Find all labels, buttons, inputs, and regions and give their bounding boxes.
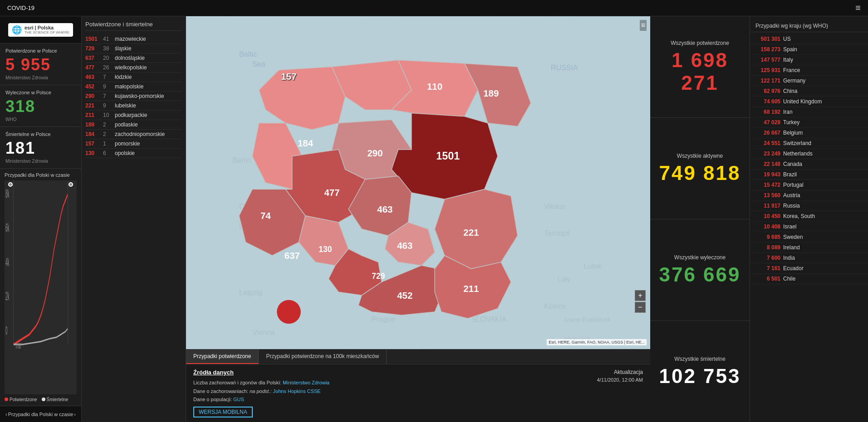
svg-text:189: 189 (483, 88, 499, 98)
svg-text:Ternopil: Ternopil (544, 229, 569, 237)
aktualizacja-section: Aktualizacja 4/11/2020, 12:00 AM (597, 369, 643, 383)
left-panel: 🌐 esri | Polska THE SCIENCE OF WHERE Pot… (0, 16, 82, 422)
source2-link[interactable]: Johns Hopkins CSSE (273, 388, 321, 394)
poland-confirmed-source: Ministerstwo Zdrowia (5, 75, 76, 80)
country-item: 10 450 Korea, South (750, 211, 868, 222)
svg-text:1501: 1501 (436, 150, 460, 162)
svg-text:8k: 8k (5, 187, 10, 200)
region-item: 1501 41 mazowieckie (85, 34, 182, 44)
country-item: 7 600 India (750, 253, 868, 263)
poland-recovered-box: Wyleczone w Polsce 318 WHO (0, 85, 81, 127)
region-item: 221 9 lubelskie (85, 101, 182, 111)
global-recovered-number: 376 669 (659, 263, 740, 286)
country-item: 13 560 Austria (750, 190, 868, 201)
poland-confirmed-box: Potwierdzone w Polsce 5 955 Ministerstwo… (0, 44, 81, 85)
menu-icon[interactable]: ≡ (855, 3, 861, 13)
regions-list: 1501 41 mazowieckie 729 38 śląskie 637 2… (85, 34, 182, 158)
nav-next-arrow[interactable]: › (74, 412, 76, 417)
country-item: 8 089 Ireland (750, 243, 868, 253)
list-icon[interactable]: ≡ (640, 20, 647, 31)
country-item: 24 551 Switzerland (750, 138, 868, 149)
map-container: Baltic Sea RUSSIA Berlin Prague Vilnius … (186, 16, 650, 349)
globe-icon: 🌐 (12, 25, 22, 35)
country-item: 47 029 Turkey (750, 117, 868, 128)
region-item: 729 38 śląskie (85, 44, 182, 53)
tab-confirmed[interactable]: Przypadki potwierdzone (186, 349, 259, 364)
poland-deaths-box: Śmiertelne w Polsce 181 Ministerstwo Zdr… (0, 127, 81, 169)
source3-link[interactable]: GUS (233, 397, 244, 402)
country-item: 9 685 Sweden (750, 232, 868, 243)
country-item: 23 249 Netherlands (750, 149, 868, 159)
country-item: 147 577 Italy (750, 55, 868, 65)
poland-deaths-label: Śmiertelne w Polsce (5, 131, 76, 137)
svg-text:452: 452 (397, 290, 412, 301)
aktualizacja-date: 4/11/2020, 12:00 AM (597, 377, 643, 383)
region-item: 452 9 małopolskie (85, 82, 182, 92)
svg-text:74: 74 (260, 210, 271, 221)
svg-text:Lviv: Lviv (557, 275, 570, 283)
global-panel: Wszystkie potwierdzone 1 698 271 Wszystk… (650, 16, 750, 422)
country-item: 26 667 Belgium (750, 128, 868, 138)
global-active-number: 749 818 (659, 162, 740, 184)
global-confirmed-number: 1 698 271 (654, 49, 746, 94)
region-item: 130 6 opolskie (85, 149, 182, 158)
svg-text:Vienna: Vienna (252, 328, 275, 336)
chart-title: Przypadki dla Polski w czasie (5, 172, 77, 178)
tab-per100k[interactable]: Przypadki potwierdzone na 100k mieszkańc… (259, 349, 387, 364)
region-item: 290 7 kujawsko-pomorskie (85, 92, 182, 101)
logo-text: esri | Polska (25, 25, 69, 30)
regions-title: Potwierdzone i śmiertelne (85, 21, 182, 31)
svg-text:Leipzig: Leipzig (239, 288, 262, 296)
map-tabs: Przypadki potwierdzone Przypadki potwier… (186, 349, 650, 364)
country-panel: Przypadki wg kraju (wg WHO) 501 301 US 1… (750, 16, 868, 422)
svg-point-58 (277, 300, 301, 324)
svg-text:Kosice: Kosice (544, 302, 566, 310)
country-item: 10 408 Israel (750, 222, 868, 232)
logo-sub: THE SCIENCE OF WHERE (25, 30, 69, 34)
zoom-in-button[interactable]: + (635, 290, 646, 301)
nav-bar: ‹ Przypadki dla Polski w czasie › (0, 406, 81, 422)
source1-link[interactable]: Ministerstwo Zdrowia (283, 380, 329, 385)
region-item: 477 26 wielkopolskie (85, 63, 182, 73)
svg-text:SLOVAKIA: SLOVAKIA (471, 315, 507, 323)
svg-text:211: 211 (463, 283, 479, 294)
topbar: COVID-19 ≡ (0, 0, 868, 16)
global-confirmed-label: Wszystkie potwierdzone (671, 40, 729, 46)
svg-text:637: 637 (284, 250, 300, 261)
country-list-title: Przypadki wg kraju (wg WHO) (750, 20, 868, 32)
countries-list: 501 301 US 158 273 Spain 147 577 Italy 1… (750, 34, 868, 284)
poland-deaths-source: Ministerstwo Zdrowia (5, 159, 76, 164)
svg-text:221: 221 (463, 227, 479, 238)
svg-text:184: 184 (298, 138, 314, 148)
poland-confirmed-label: Potwierdzone w Polsce (5, 48, 76, 53)
global-recovered-stat: Wszystkie wyleczone 376 669 (650, 219, 750, 321)
country-item: 7 161 Ecuador (750, 263, 868, 274)
poland-recovered-number: 318 (5, 97, 76, 116)
country-item: 68 192 Iran (750, 107, 868, 117)
mobile-btn[interactable]: WERSJA MOBILNA (193, 407, 253, 417)
region-item: 211 10 podkarpackie (85, 111, 182, 120)
svg-text:0: 0 (5, 324, 7, 337)
global-confirmed-stat: Wszystkie potwierdzone 1 698 271 (650, 16, 750, 118)
svg-text:477: 477 (324, 187, 339, 198)
chart-area: 8k 6k 4k 2k 0 mar (5, 180, 77, 394)
app-title: COVID-19 (7, 5, 34, 11)
svg-text:157: 157 (281, 71, 296, 82)
sources-title: Źródła danych (193, 369, 597, 376)
svg-text:4k: 4k (5, 256, 10, 268)
svg-text:Vilnius: Vilnius (544, 202, 565, 210)
svg-text:Berlin: Berlin (232, 156, 251, 164)
region-item: 463 7 łódzkie (85, 73, 182, 82)
country-item: 11 917 Russia (750, 201, 868, 211)
map-area: Baltic Sea RUSSIA Berlin Prague Vilnius … (186, 16, 650, 422)
svg-text:mar: mar (16, 340, 21, 350)
country-item: 125 931 France (750, 65, 868, 76)
zoom-out-button[interactable]: − (635, 302, 646, 313)
region-item: 637 20 dolnośląskie (85, 53, 182, 63)
svg-text:290: 290 (367, 148, 383, 158)
nav-prev-arrow[interactable]: ‹ (5, 412, 7, 417)
country-item: 22 148 Canada (750, 159, 868, 170)
poland-recovered-label: Wyleczone w Polsce (5, 90, 76, 95)
svg-text:Sea: Sea (252, 60, 265, 68)
svg-text:Ivano-Frankivsk: Ivano-Frankivsk (564, 316, 611, 323)
